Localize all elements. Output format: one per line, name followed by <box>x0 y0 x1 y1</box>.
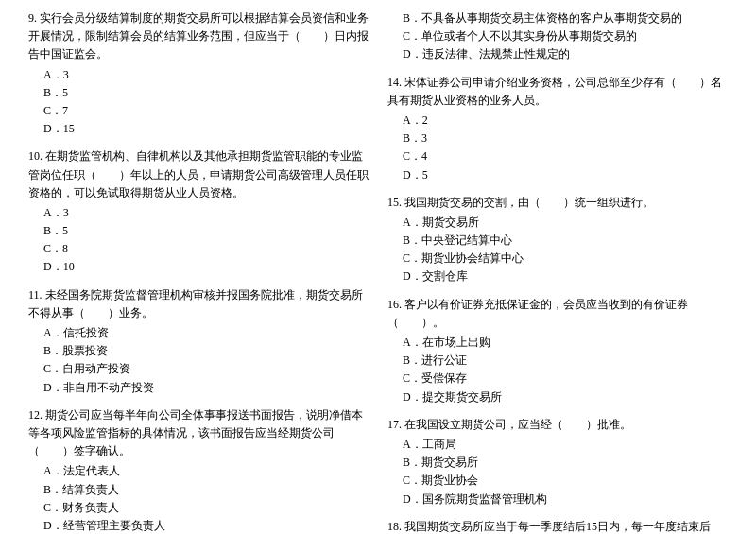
question-11: 11. 未经国务院期货监督管理机构审核并报国务院批准，期货交易所不得从事（ ）业… <box>28 286 369 397</box>
q12-option-c: C．财务负责人 <box>28 499 369 517</box>
question-10: 10. 在期货监管机构、自律机构以及其他承担期货监管职能的专业监管岗位任职（ ）… <box>28 147 369 276</box>
q15-option-d: D．交割仓库 <box>387 267 728 285</box>
q10-option-d: D．10 <box>28 258 369 276</box>
q12-option-b: B．结算负责人 <box>28 481 369 499</box>
q17-option-c: C．期货业协会 <box>387 472 728 490</box>
q11-text: 11. 未经国务院期货监督管理机构审核并报国务院批准，期货交易所不得从事（ ）业… <box>28 286 369 322</box>
q10-text: 10. 在期货监管机构、自律机构以及其他承担期货监管职能的专业监管岗位任职（ ）… <box>28 147 369 202</box>
q14-option-d: D．5 <box>387 166 728 184</box>
question-16: 16. 客户以有价证券充抵保证金的，会员应当收到的有价证券（ ）。 A．在市场上… <box>387 296 728 406</box>
q15-option-a: A．期货交易所 <box>387 214 728 232</box>
question-9: 9. 实行会员分级结算制度的期货交易所可以根据结算会员资信和业务开展情况，限制结… <box>28 9 369 138</box>
q16-option-b: B．进行公证 <box>387 352 728 370</box>
q9-option-d: D．15 <box>28 120 369 138</box>
q10-option-a: A．3 <box>28 204 369 222</box>
question-15: 15. 我国期货交易的交割，由（ ）统一组织进行。 A．期货交易所 B．中央登记… <box>387 194 728 286</box>
q15-text: 15. 我国期货交易的交割，由（ ）统一组织进行。 <box>387 194 728 212</box>
q16-text: 16. 客户以有价证券充抵保证金的，会员应当收到的有价证券（ ）。 <box>387 296 728 332</box>
question-12: 12. 期货公司应当每半年向公司全体事事报送书面报告，说明净借本等各项风险监管指… <box>28 406 369 534</box>
q16-option-d: D．提交期货交易所 <box>387 388 728 406</box>
q14-option-a: A．2 <box>387 112 728 129</box>
q17-option-a: A．工商局 <box>387 436 728 454</box>
left-column: 9. 实行会员分级结算制度的期货交易所可以根据结算会员资信和业务开展情况，限制结… <box>28 9 369 534</box>
q11-option-c: C．自用动产投资 <box>28 360 369 378</box>
q10-option-c: C．8 <box>28 240 369 258</box>
q17-text: 17. 在我国设立期货公司，应当经（ ）批准。 <box>387 416 728 434</box>
q12-option-a: A．法定代表人 <box>28 462 369 480</box>
q13-option-d: D．违反法律、法规禁止性规定的 <box>387 45 728 63</box>
q11-option-b: B．股票投资 <box>28 342 369 360</box>
q14-text: 14. 宋体证券公司申请介绍业务资格，公司总部至少存有（ ）名具有期货从业资格的… <box>387 74 728 110</box>
q9-option-a: A．3 <box>28 66 369 84</box>
q12-option-d: D．经营管理主要负责人 <box>28 517 369 534</box>
q12-text: 12. 期货公司应当每半年向公司全体事事报送书面报告，说明净借本等各项风险监管指… <box>28 406 369 461</box>
q15-option-c: C．期货业协会结算中心 <box>387 250 728 267</box>
page-content: 9. 实行会员分级结算制度的期货交易所可以根据结算会员资信和业务开展情况，限制结… <box>28 9 728 534</box>
q16-option-c: C．受偿保存 <box>387 370 728 388</box>
question-14: 14. 宋体证券公司申请介绍业务资格，公司总部至少存有（ ）名具有期货从业资格的… <box>387 74 728 184</box>
q14-option-b: B．3 <box>387 129 728 147</box>
q17-option-b: B．期货交易所 <box>387 454 728 472</box>
q18-text: 18. 我国期货交易所应当于每一季度结后15日内，每一年度结束后（ ）内，向中国… <box>387 518 728 534</box>
q9-option-b: B．5 <box>28 84 369 102</box>
question-13-cont: B．不具备从事期货交易主体资格的客户从事期货交易的 C．单位或者个人不以其实身份… <box>387 9 728 64</box>
q13-option-c: C．单位或者个人不以其实身份从事期货交易的 <box>387 27 728 45</box>
q11-option-a: A．信托投资 <box>28 324 369 342</box>
q11-option-d: D．非自用不动产投资 <box>28 379 369 397</box>
q9-option-c: C．7 <box>28 102 369 120</box>
right-column: B．不具备从事期货交易主体资格的客户从事期货交易的 C．单位或者个人不以其实身份… <box>387 9 728 534</box>
q13-option-b: B．不具备从事期货交易主体资格的客户从事期货交易的 <box>387 9 728 27</box>
q14-option-c: C．4 <box>387 147 728 165</box>
q16-option-a: A．在市场上出购 <box>387 334 728 352</box>
q17-option-d: D．国务院期货监督管理机构 <box>387 491 728 508</box>
q15-option-b: B．中央登记结算中心 <box>387 232 728 250</box>
question-18: 18. 我国期货交易所应当于每一季度结后15日内，每一年度结束后（ ）内，向中国… <box>387 518 728 534</box>
question-17: 17. 在我国设立期货公司，应当经（ ）批准。 A．工商局 B．期货交易所 C．… <box>387 416 728 508</box>
q10-option-b: B．5 <box>28 222 369 240</box>
q9-text: 9. 实行会员分级结算制度的期货交易所可以根据结算会员资信和业务开展情况，限制结… <box>28 9 369 64</box>
